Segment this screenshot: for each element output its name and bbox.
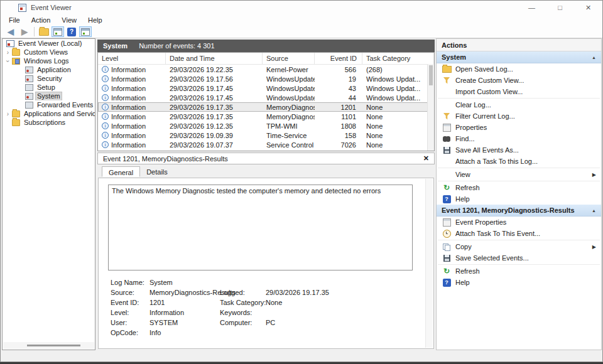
field-label: Source: bbox=[111, 287, 149, 297]
tree-expander-icon[interactable]: › bbox=[4, 110, 12, 117]
column-header-source[interactable]: Source bbox=[263, 53, 315, 64]
event-level-cell: iInformation bbox=[98, 122, 166, 130]
action-attach-task-to-this-event-[interactable]: Attach Task To This Event... bbox=[437, 228, 601, 239]
information-icon: i bbox=[102, 85, 109, 92]
refresh-icon: ↻ bbox=[443, 267, 450, 275]
preview-pane-title: Event 1201, MemoryDiagnostics-Results bbox=[103, 155, 423, 163]
event-fields: Log Name:SystemSource:MemoryDiagnostics-… bbox=[111, 277, 413, 346]
action-import-custom-view-[interactable]: Import Custom View... bbox=[437, 86, 601, 97]
log-name: System bbox=[103, 42, 128, 50]
action-refresh[interactable]: ↻Refresh bbox=[437, 265, 601, 277]
action-clear-log-[interactable]: Clear Log... bbox=[437, 99, 601, 110]
action-refresh[interactable]: ↻Refresh bbox=[437, 182, 601, 193]
help-icon[interactable]: ? bbox=[65, 26, 78, 37]
event-list-panel: System Number of events: 4 301 LevelDate… bbox=[97, 38, 435, 350]
field-label: User: bbox=[111, 318, 149, 328]
event-count: Number of events: 4 301 bbox=[139, 42, 214, 50]
action-help[interactable]: ?Help bbox=[437, 277, 601, 288]
column-headers: LevelDate and TimeSourceEvent IDTask Cat… bbox=[98, 53, 434, 65]
event-level-cell: iInformation bbox=[98, 104, 166, 111]
event-row[interactable]: iInformation29/03/2026 19.17.35MemoryDia… bbox=[98, 102, 434, 112]
event-row[interactable]: iInformation29/03/2026 19.09.39Time-Serv… bbox=[98, 131, 434, 140]
back-arrow-icon[interactable]: ◀ bbox=[4, 26, 17, 37]
event-row[interactable]: iInformation29/03/2026 19.12.35TPM-WMI18… bbox=[98, 121, 434, 131]
minimize-button[interactable]: — bbox=[518, 1, 546, 14]
refresh-icon: ↻ bbox=[443, 184, 450, 191]
sidebar-item-security[interactable]: Security bbox=[3, 74, 95, 83]
sidebar-item-custom-views[interactable]: ›Custom Views bbox=[3, 48, 95, 56]
event-category-cell: NTP Serv... bbox=[362, 151, 434, 152]
event-category-cell: None bbox=[362, 132, 434, 139]
column-header-date-and-time[interactable]: Date and Time bbox=[166, 53, 263, 64]
folder-logs-icon bbox=[12, 58, 20, 65]
menu-item-file[interactable]: File bbox=[3, 15, 26, 25]
actions-section-header[interactable]: System▲ bbox=[437, 51, 601, 63]
collapse-icon[interactable]: ▲ bbox=[592, 55, 596, 60]
actions-section-header[interactable]: Event 1201, MemoryDiagnostics-Results▲ bbox=[437, 205, 601, 217]
sidebar-item-applications-and-services-lo[interactable]: ›Applications and Services Lo bbox=[3, 109, 95, 118]
action-open-saved-log-[interactable]: Open Saved Log... bbox=[437, 63, 601, 75]
show-console-tree-icon[interactable] bbox=[52, 26, 64, 37]
show-action-pane-icon[interactable] bbox=[79, 26, 92, 37]
sidebar-item-forwarded-events[interactable]: Forwarded Events bbox=[3, 100, 95, 109]
event-id-cell: 1201 bbox=[315, 104, 362, 111]
open-saved-log-icon[interactable] bbox=[38, 26, 50, 37]
action-find-[interactable]: Find... bbox=[437, 133, 601, 144]
tree-item-label: Custom Views bbox=[23, 48, 69, 56]
tab-general[interactable]: General bbox=[102, 166, 140, 177]
action-attach-a-task-to-this-log-[interactable]: Attach a Task To this Log... bbox=[437, 156, 601, 167]
event-row[interactable]: iInformation29/03/2026 19.17.56WindowsUp… bbox=[98, 74, 434, 83]
event-row[interactable]: iInformation29/03/2026 19.07.37Service C… bbox=[98, 140, 434, 149]
event-row[interactable]: iInformation29/03/2026 19.22.35Kernel-Po… bbox=[98, 65, 434, 74]
close-icon[interactable]: ✕ bbox=[423, 154, 429, 163]
column-header-level[interactable]: Level bbox=[98, 53, 166, 64]
action-view[interactable]: View▶ bbox=[437, 169, 601, 180]
action-properties[interactable]: Properties bbox=[437, 122, 601, 133]
no-icon bbox=[442, 157, 452, 166]
tree-expander-icon[interactable]: › bbox=[4, 49, 12, 56]
action-copy[interactable]: Copy▶ bbox=[437, 241, 601, 252]
details-scrollbar[interactable] bbox=[425, 179, 433, 348]
tree-expander-icon[interactable]: › bbox=[4, 57, 11, 65]
field-label: Task Category: bbox=[220, 297, 266, 308]
tab-details[interactable]: Details bbox=[140, 166, 174, 177]
sidebar-item-system[interactable]: System bbox=[3, 92, 95, 100]
column-header-event-id[interactable]: Event ID bbox=[315, 53, 362, 64]
sidebar-item-event-viewer-local-[interactable]: Event Viewer (Local) bbox=[3, 39, 95, 48]
forward-arrow-icon[interactable]: ▶ bbox=[18, 26, 31, 37]
menu-item-help[interactable]: Help bbox=[82, 15, 108, 25]
close-button[interactable]: ✕ bbox=[574, 1, 602, 14]
event-list-scrollbar[interactable] bbox=[427, 64, 434, 151]
sidebar-item-application[interactable]: Application bbox=[3, 65, 95, 74]
event-row[interactable]: iInformation29/03/2026 19.17.45WindowsUp… bbox=[98, 83, 434, 93]
action-save-selected-events-[interactable]: Save Selected Events... bbox=[437, 252, 601, 264]
menu-item-view[interactable]: View bbox=[56, 15, 82, 25]
action-event-properties[interactable]: Event Properties bbox=[437, 217, 601, 228]
sidebar-item-subscriptions[interactable]: Subscriptions bbox=[3, 118, 95, 127]
menu-item-action[interactable]: Action bbox=[26, 15, 57, 25]
tree-item-label: Application bbox=[36, 66, 72, 74]
collapse-icon[interactable]: ▲ bbox=[592, 208, 596, 213]
filter-icon bbox=[442, 112, 452, 120]
event-row[interactable]: iInformation29/03/2026 19.17.35MemoryDia… bbox=[98, 112, 434, 121]
sidebar-item-windows-logs[interactable]: ›Windows Logs bbox=[3, 56, 95, 65]
event-date-cell: 29/03/2026 19.17.45 bbox=[166, 85, 263, 92]
action-save-all-events-as-[interactable]: Save All Events As... bbox=[437, 144, 601, 156]
help-icon: ? bbox=[443, 279, 451, 287]
event-row[interactable]: iInformation29/03/2026 19.17.45WindowsUp… bbox=[98, 93, 434, 102]
tree-item-label: Setup bbox=[36, 83, 57, 92]
action-filter-current-log-[interactable]: Filter Current Log... bbox=[437, 110, 601, 122]
properties-icon bbox=[443, 218, 451, 227]
tree-horizontal-scrollbar[interactable] bbox=[3, 342, 94, 349]
event-row[interactable]: iInformation29/03/2026 19.07.36Time-Serv… bbox=[98, 149, 434, 151]
action-item-label: Find... bbox=[455, 135, 601, 142]
log-summary-bar: System Number of events: 4 301 bbox=[97, 40, 435, 52]
maximize-button[interactable]: □ bbox=[546, 1, 574, 14]
event-description: The Windows Memory Diagnostic tested the… bbox=[108, 185, 413, 270]
event-rows: iInformation29/03/2026 19.22.35Kernel-Po… bbox=[98, 65, 434, 151]
column-header-task-category[interactable]: Task Category bbox=[362, 53, 434, 64]
sidebar-item-setup[interactable]: Setup bbox=[3, 83, 95, 92]
action-create-custom-view-[interactable]: Create Custom View... bbox=[437, 75, 601, 86]
no-icon bbox=[442, 170, 452, 179]
action-help[interactable]: ?Help bbox=[437, 193, 601, 205]
